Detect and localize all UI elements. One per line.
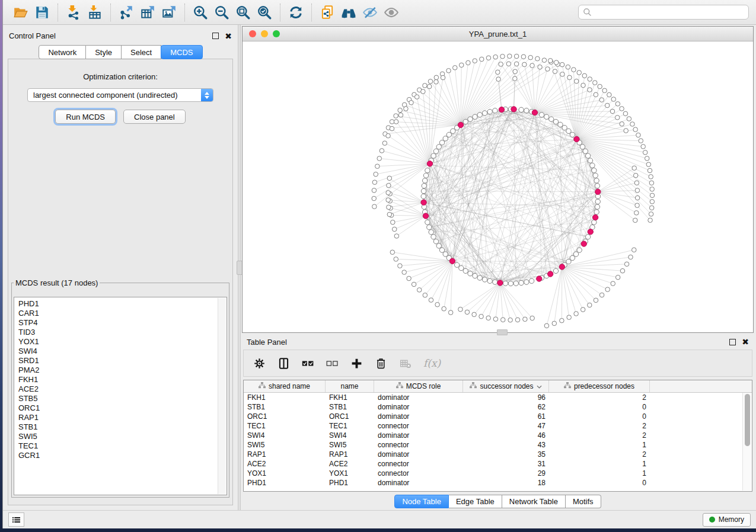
table-row[interactable]: PHD1PHD1dominator180 bbox=[244, 478, 752, 488]
mcds-result-item[interactable]: SWI4 bbox=[18, 347, 227, 356]
table-row[interactable]: ACE2ACE2connector311 bbox=[244, 459, 752, 469]
sitemap-icon bbox=[396, 382, 403, 390]
maximize-window-icon[interactable] bbox=[273, 30, 280, 37]
mcds-result-item[interactable]: GCR1 bbox=[18, 451, 227, 460]
tab-style[interactable]: Style bbox=[86, 45, 122, 59]
table-cell: dominator bbox=[374, 393, 463, 402]
mcds-result-item[interactable]: ORC1 bbox=[18, 403, 227, 413]
table-scrollbar-thumb[interactable] bbox=[745, 394, 750, 446]
import-network-icon[interactable] bbox=[63, 3, 84, 22]
hide-selection-icon[interactable] bbox=[359, 3, 381, 22]
mcds-result-item[interactable]: SRD1 bbox=[18, 356, 227, 366]
table-row[interactable]: ORC1ORC1dominator610 bbox=[244, 412, 752, 421]
tab-network[interactable]: Network bbox=[39, 45, 86, 59]
column-view-icon[interactable] bbox=[277, 357, 290, 370]
delete-column-icon[interactable] bbox=[375, 357, 387, 370]
search-input[interactable] bbox=[578, 5, 749, 20]
close-panel-icon[interactable]: ✖ bbox=[225, 33, 232, 39]
task-history-button[interactable] bbox=[8, 512, 24, 527]
tab-motifs[interactable]: Motifs bbox=[566, 495, 601, 508]
run-mcds-button[interactable]: Run MCDS bbox=[55, 110, 116, 124]
mcds-result-item[interactable]: ACE2 bbox=[18, 384, 227, 394]
table-row[interactable]: SWI5SWI5connector431 bbox=[244, 440, 752, 450]
create-column-icon[interactable] bbox=[350, 357, 363, 370]
table-row[interactable]: YOX1YOX1connector291 bbox=[244, 469, 752, 478]
tab-network-table[interactable]: Network Table bbox=[502, 495, 566, 508]
table-cell: SWI4 bbox=[244, 431, 326, 440]
mcds-result-item[interactable]: YOX1 bbox=[18, 337, 227, 347]
export-image-icon[interactable] bbox=[158, 3, 180, 22]
memory-button[interactable]: Memory bbox=[703, 513, 751, 527]
table-cell: 46 bbox=[463, 431, 549, 440]
close-table-panel-icon[interactable]: ✖ bbox=[742, 339, 749, 345]
table-row[interactable]: TEC1TEC1connector472 bbox=[244, 421, 752, 431]
zoom-selected-icon[interactable] bbox=[254, 3, 275, 22]
mcds-result-item[interactable]: CAR1 bbox=[18, 309, 227, 318]
mcds-result-item[interactable]: TID3 bbox=[18, 328, 227, 337]
tab-node-table[interactable]: Node Table bbox=[394, 495, 449, 508]
table-cell: STB1 bbox=[326, 403, 374, 411]
table-row[interactable]: SWI4SWI4dominator462 bbox=[244, 431, 752, 440]
mcds-result-item[interactable]: PHD1 bbox=[18, 299, 227, 309]
import-table-icon[interactable] bbox=[84, 3, 106, 22]
apply-preferred-layout-icon[interactable] bbox=[285, 3, 307, 22]
show-all-icon[interactable] bbox=[381, 3, 402, 22]
delete-table-icon bbox=[399, 357, 412, 370]
table-cell: dominator bbox=[374, 431, 463, 440]
minimize-window-icon[interactable] bbox=[261, 30, 268, 37]
mcds-result-list[interactable]: PHD1CAR1STP4TID3YOX1SWI4SRD1PMA2FKH1ACE2… bbox=[14, 297, 227, 495]
mcds-result-item[interactable]: PMA2 bbox=[18, 366, 227, 375]
table-settings-icon[interactable] bbox=[253, 357, 266, 370]
select-all-icon[interactable] bbox=[302, 357, 314, 370]
zoom-in-icon[interactable] bbox=[190, 3, 211, 22]
close-panel-button[interactable]: Close panel bbox=[123, 110, 186, 124]
column-header-successor-nodes[interactable]: successor nodes bbox=[463, 380, 549, 392]
first-neighbors-icon[interactable] bbox=[338, 3, 359, 22]
float-panel-icon[interactable] bbox=[212, 33, 219, 39]
float-table-panel-icon[interactable] bbox=[729, 339, 736, 345]
deselect-all-icon[interactable] bbox=[326, 357, 339, 370]
close-window-icon[interactable] bbox=[249, 30, 256, 37]
mcds-result-item[interactable]: STB5 bbox=[18, 394, 227, 403]
criterion-select[interactable]: largest connected component (undirected) bbox=[27, 88, 213, 102]
column-header-shared-name[interactable]: shared name bbox=[244, 380, 326, 392]
function-builder-icon: f(x) bbox=[423, 357, 441, 369]
horizontal-splitter-grip[interactable] bbox=[497, 329, 508, 335]
network-view-window: YPA_prune.txt_1 bbox=[242, 26, 754, 333]
column-header-name[interactable]: name bbox=[326, 380, 374, 392]
mcds-result-item[interactable]: SWI5 bbox=[18, 432, 227, 441]
column-header-predecessor-nodes[interactable]: predecessor nodes bbox=[549, 380, 650, 392]
column-label: name bbox=[340, 382, 358, 390]
table-cell: PHD1 bbox=[244, 479, 326, 487]
export-network-icon[interactable] bbox=[116, 3, 137, 22]
new-network-from-selection-icon[interactable] bbox=[317, 3, 338, 22]
table-cell: 1 bbox=[549, 469, 650, 477]
table-cell: FKH1 bbox=[326, 393, 374, 402]
mcds-list-scrollbar[interactable] bbox=[218, 298, 226, 494]
open-file-icon[interactable] bbox=[10, 3, 31, 22]
table-cell: connector bbox=[374, 441, 463, 449]
toolbar-separator bbox=[58, 4, 58, 21]
main-toolbar bbox=[3, 0, 756, 25]
tab-select[interactable]: Select bbox=[122, 45, 161, 59]
chevron-down-icon[interactable] bbox=[537, 382, 542, 390]
export-table-icon[interactable] bbox=[137, 3, 158, 22]
network-canvas[interactable] bbox=[243, 41, 753, 332]
tab-edge-table[interactable]: Edge Table bbox=[449, 495, 502, 508]
save-session-icon[interactable] bbox=[31, 3, 53, 22]
tab-mcds[interactable]: MCDS bbox=[161, 45, 202, 59]
mcds-result-item[interactable]: STP4 bbox=[18, 318, 227, 328]
table-scrollbar[interactable] bbox=[742, 393, 751, 491]
table-row[interactable]: RAP1RAP1dominator352 bbox=[244, 450, 752, 459]
table-cell: 18 bbox=[463, 479, 549, 487]
mcds-result-item[interactable]: FKH1 bbox=[18, 375, 227, 384]
table-row[interactable]: STB1STB1dominator620 bbox=[244, 402, 752, 412]
table-row[interactable]: FKH1FKH1dominator962 bbox=[244, 393, 752, 402]
zoom-out-icon[interactable] bbox=[211, 3, 232, 22]
table-cell: SWI4 bbox=[326, 431, 374, 440]
zoom-fit-icon[interactable] bbox=[232, 3, 254, 22]
mcds-result-item[interactable]: TEC1 bbox=[18, 441, 227, 451]
mcds-result-item[interactable]: RAP1 bbox=[18, 413, 227, 422]
mcds-result-item[interactable]: STB1 bbox=[18, 422, 227, 432]
column-header-MCDS-role[interactable]: MCDS role bbox=[374, 380, 463, 392]
